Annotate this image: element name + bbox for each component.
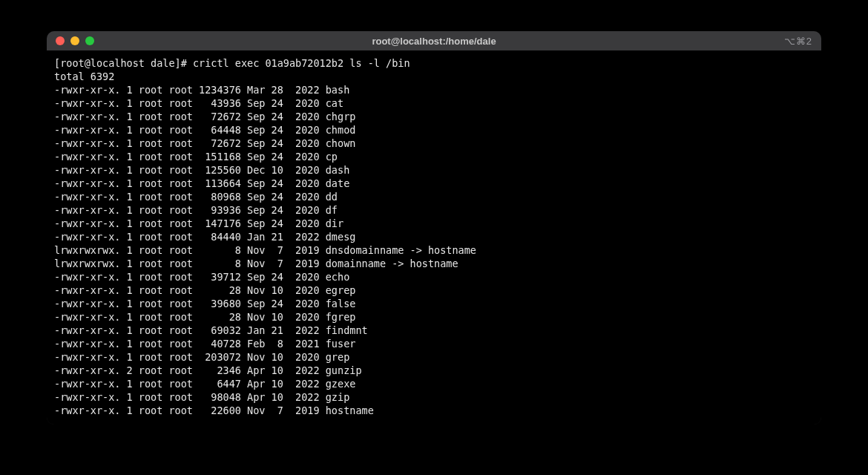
maximize-icon[interactable] bbox=[85, 36, 94, 45]
window-pane-indicator: ⌥⌘2 bbox=[784, 36, 812, 47]
titlebar: root@localhost:/home/dale ⌥⌘2 bbox=[47, 31, 821, 50]
ls-entry: -rwxr-xr-x. 1 root root 39680 Sep 24 202… bbox=[54, 297, 814, 310]
ls-entry: -rwxr-xr-x. 1 root root 69032 Jan 21 202… bbox=[54, 324, 814, 337]
ls-entry: -rwxr-xr-x. 1 root root 93936 Sep 24 202… bbox=[54, 203, 814, 217]
traffic-lights bbox=[56, 36, 94, 45]
ls-entry: -rwxr-xr-x. 1 root root 84440 Jan 21 202… bbox=[54, 230, 814, 243]
ls-entry: -rwxr-xr-x. 1 root root 22600 Nov 7 2019… bbox=[54, 404, 814, 417]
total-line: total 6392 bbox=[54, 70, 814, 83]
ls-entry: -rwxr-xr-x. 1 root root 28 Nov 10 2020 e… bbox=[54, 284, 814, 297]
close-icon[interactable] bbox=[56, 36, 65, 45]
ls-entry: -rwxr-xr-x. 1 root root 98048 Apr 10 202… bbox=[54, 390, 814, 404]
terminal-body[interactable]: [root@localhost dale]# crictl exec 01a9a… bbox=[47, 50, 821, 425]
ls-entry: -rwxr-xr-x. 2 root root 2346 Apr 10 2022… bbox=[54, 364, 814, 377]
ls-entry: -rwxr-xr-x. 1 root root 64448 Sep 24 202… bbox=[54, 123, 814, 137]
ls-entry: -rwxr-xr-x. 1 root root 6447 Apr 10 2022… bbox=[54, 377, 814, 390]
window-title: root@localhost:/home/dale bbox=[47, 36, 821, 47]
ls-entry: -rwxr-xr-x. 1 root root 72672 Sep 24 202… bbox=[54, 137, 814, 150]
ls-entry: -rwxr-xr-x. 1 root root 1234376 Mar 28 2… bbox=[54, 83, 814, 96]
ls-entry: lrwxrwxrwx. 1 root root 8 Nov 7 2019 dom… bbox=[54, 257, 814, 270]
ls-entry: -rwxr-xr-x. 1 root root 39712 Sep 24 202… bbox=[54, 270, 814, 284]
ls-entry: lrwxrwxrwx. 1 root root 8 Nov 7 2019 dns… bbox=[54, 243, 814, 257]
ls-entry: -rwxr-xr-x. 1 root root 40728 Feb 8 2021… bbox=[54, 337, 814, 350]
ls-entry: -rwxr-xr-x. 1 root root 72672 Sep 24 202… bbox=[54, 110, 814, 123]
ls-entry: -rwxr-xr-x. 1 root root 113664 Sep 24 20… bbox=[54, 177, 814, 190]
minimize-icon[interactable] bbox=[70, 36, 79, 45]
ls-entry: -rwxr-xr-x. 1 root root 80968 Sep 24 202… bbox=[54, 190, 814, 203]
ls-entry: -rwxr-xr-x. 1 root root 28 Nov 10 2020 f… bbox=[54, 310, 814, 324]
prompt-line: [root@localhost dale]# crictl exec 01a9a… bbox=[54, 56, 814, 70]
terminal-window: root@localhost:/home/dale ⌥⌘2 [root@loca… bbox=[47, 31, 821, 425]
ls-entry: -rwxr-xr-x. 1 root root 125560 Dec 10 20… bbox=[54, 163, 814, 177]
ls-entry: -rwxr-xr-x. 1 root root 43936 Sep 24 202… bbox=[54, 96, 814, 110]
ls-entry: -rwxr-xr-x. 1 root root 203072 Nov 10 20… bbox=[54, 350, 814, 364]
ls-entry: -rwxr-xr-x. 1 root root 151168 Sep 24 20… bbox=[54, 150, 814, 163]
ls-entry: -rwxr-xr-x. 1 root root 147176 Sep 24 20… bbox=[54, 217, 814, 230]
